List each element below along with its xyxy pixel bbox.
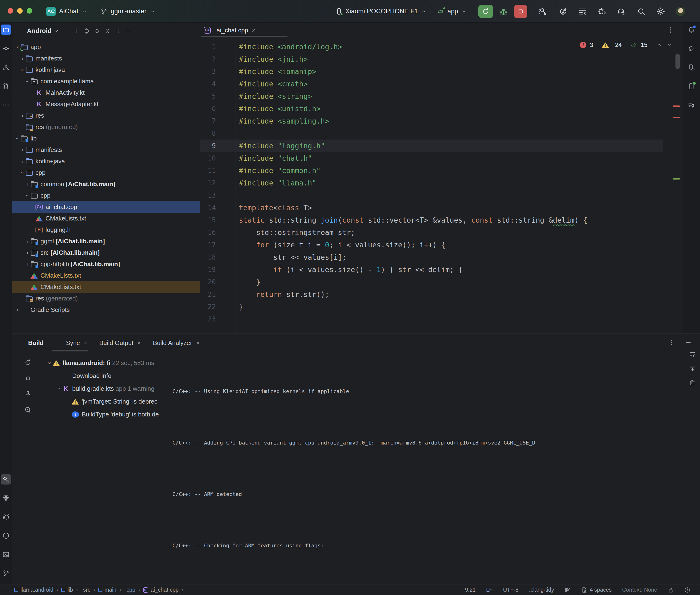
- error-stripe-mark[interactable]: [673, 117, 680, 118]
- line-number[interactable]: 15: [200, 216, 216, 224]
- close-tab-icon[interactable]: [196, 340, 200, 345]
- tree-chevron-icon[interactable]: [19, 146, 26, 153]
- tree-chevron-icon[interactable]: [19, 55, 26, 62]
- line-ending-selector[interactable]: LF: [486, 587, 493, 593]
- tree-row[interactable]: com.example.llama: [12, 76, 200, 87]
- tab-scrollbar[interactable]: [201, 36, 287, 37]
- build-tree-row[interactable]: 'jvmTarget: String' is deprec: [12, 395, 168, 408]
- line-number[interactable]: 2: [200, 55, 216, 63]
- tree-row[interactable]: manifests: [12, 53, 200, 64]
- tree-row[interactable]: Gradle Scripts: [12, 304, 200, 315]
- editor-scrollbar[interactable]: [675, 54, 680, 69]
- code-area[interactable]: 1 #include <android/log.h> 2 #include <j…: [200, 40, 663, 325]
- hide-panel-icon[interactable]: [125, 28, 132, 34]
- tree-row[interactable]: manifests: [12, 144, 200, 155]
- line-number[interactable]: 13: [200, 192, 216, 199]
- search-everywhere-icon[interactable]: [637, 7, 646, 16]
- tree-row[interactable]: ggml [AiChat.lib.main]: [12, 235, 200, 247]
- line-number[interactable]: 5: [200, 92, 216, 100]
- tree-row[interactable]: cpp-httplib [AiChat.lib.main]: [12, 258, 200, 270]
- tree-chevron-icon[interactable]: [19, 169, 26, 176]
- app-quality-insights-icon[interactable]: [1, 493, 11, 503]
- gemini-chat-icon[interactable]: [686, 100, 697, 110]
- tree-chevron-icon[interactable]: [24, 260, 30, 268]
- scroll-to-end-icon[interactable]: [688, 364, 697, 373]
- line-number[interactable]: 14: [200, 204, 216, 212]
- error-stripe-mark[interactable]: [673, 106, 680, 107]
- breadcrumb-item[interactable]: lib: [61, 587, 73, 593]
- more-tools-icon[interactable]: [1, 100, 11, 110]
- line-number[interactable]: 20: [200, 278, 216, 286]
- tree-row[interactable]: res (generated): [12, 293, 200, 304]
- breadcrumb-item[interactable]: main: [99, 587, 116, 593]
- next-problem-icon[interactable]: [666, 41, 673, 48]
- attach-debugger-icon[interactable]: [597, 7, 607, 16]
- indent-config[interactable]: 4 spaces: [581, 587, 612, 593]
- close-tab-icon[interactable]: [83, 340, 88, 345]
- line-number[interactable]: 22: [200, 303, 216, 311]
- tree-row[interactable]: CMakeLists.txt: [12, 270, 200, 281]
- build-tree-row[interactable]: Download info: [12, 369, 168, 382]
- project-tool-icon[interactable]: [1, 25, 11, 35]
- breadcrumb-item[interactable]: ai_chat.cpp: [143, 587, 179, 593]
- tree-chevron-icon[interactable]: [24, 249, 30, 256]
- inspection-widget[interactable]: ! 3 24 15: [580, 41, 673, 48]
- line-number[interactable]: 3: [200, 67, 216, 76]
- line-number[interactable]: 23: [200, 315, 216, 323]
- tree-chevron-icon[interactable]: [47, 359, 53, 367]
- build-run-icon[interactable]: [539, 7, 548, 16]
- tree-chevron-icon[interactable]: [14, 306, 21, 314]
- version-control-icon[interactable]: [1, 568, 11, 578]
- close-window-button[interactable]: [8, 8, 13, 13]
- tree-row[interactable]: ai_chat.cpp: [12, 201, 200, 213]
- device-selector[interactable]: Xiaomi POCOPHONE F1: [345, 8, 418, 15]
- line-number[interactable]: 19: [200, 266, 216, 274]
- tree-chevron-icon[interactable]: [14, 43, 21, 51]
- project-selector[interactable]: AiChat: [59, 8, 78, 15]
- tree-chevron-icon[interactable]: [24, 78, 30, 85]
- breadcrumb-item[interactable]: llama.android: [14, 587, 53, 593]
- build-options-kebab-icon[interactable]: [668, 339, 675, 346]
- clear-all-icon[interactable]: [688, 378, 697, 387]
- clang-tidy-indicator[interactable]: .clang-tidy: [529, 587, 554, 593]
- line-number[interactable]: 17: [200, 241, 216, 249]
- line-number[interactable]: 12: [200, 179, 216, 187]
- build-tab[interactable]: Build Analyzer: [147, 334, 206, 352]
- tree-row[interactable]: res (generated): [12, 121, 200, 133]
- tree-row[interactable]: MessageAdapter.kt: [12, 98, 200, 110]
- tree-row[interactable]: CMakeLists.txt: [12, 213, 200, 224]
- changelist-icon[interactable]: [578, 7, 587, 16]
- line-number[interactable]: 16: [200, 229, 216, 236]
- tree-chevron-icon[interactable]: [14, 135, 21, 142]
- tree-chevron-icon[interactable]: [19, 112, 26, 119]
- problems-tool-icon[interactable]: [1, 531, 11, 541]
- notifications-icon[interactable]: [686, 25, 697, 35]
- build-tool-icon[interactable]: [1, 474, 11, 484]
- add-icon[interactable]: [73, 28, 80, 34]
- terminal-tool-icon[interactable]: [1, 549, 11, 560]
- avatar[interactable]: [676, 6, 686, 17]
- collapse-all-icon[interactable]: [104, 28, 111, 34]
- close-tab-icon[interactable]: [251, 28, 256, 33]
- tree-row[interactable]: logging.h: [12, 224, 200, 235]
- breadcrumb-item[interactable]: cpp: [124, 587, 135, 593]
- build-tree-row[interactable]: llama.android: fi 22 sec, 583 ms: [12, 357, 168, 369]
- line-number[interactable]: 6: [200, 105, 216, 113]
- build-tree-row[interactable]: build.gradle.kts app 1 warning: [12, 382, 168, 395]
- rerun-app-button[interactable]: [478, 5, 493, 18]
- tree-row[interactable]: MainActivity.kt: [12, 87, 200, 98]
- sync-changes-icon[interactable]: [559, 7, 567, 16]
- running-devices-icon[interactable]: [686, 81, 697, 91]
- minimize-window-button[interactable]: [17, 8, 23, 13]
- gradle-tool-icon[interactable]: [686, 43, 697, 54]
- zoom-window-button[interactable]: [27, 8, 32, 13]
- line-number[interactable]: 8: [200, 130, 216, 137]
- settings-icon[interactable]: [656, 7, 665, 16]
- stop-app-button[interactable]: [514, 5, 527, 18]
- tree-row[interactable]: CMakeLists.txt: [12, 281, 200, 293]
- line-number[interactable]: 4: [200, 80, 216, 88]
- tree-row[interactable]: lib: [12, 133, 200, 144]
- line-number[interactable]: 11: [200, 167, 216, 174]
- tree-chevron-icon[interactable]: [19, 66, 26, 74]
- encoding-selector[interactable]: UTF-8: [503, 587, 519, 593]
